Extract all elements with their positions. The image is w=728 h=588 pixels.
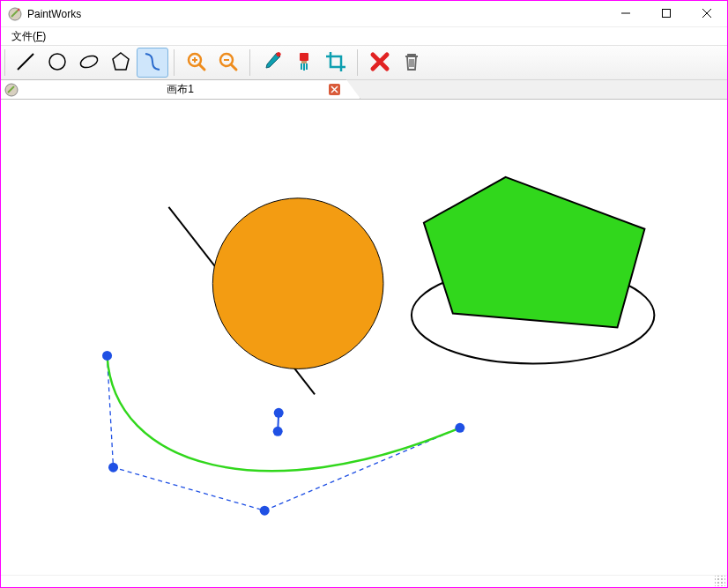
polygon-tool[interactable] — [105, 48, 137, 78]
zoom-out-icon — [217, 50, 240, 76]
close-button[interactable] — [687, 1, 727, 27]
curve-guide — [108, 355, 460, 510]
curve-anchor[interactable] — [102, 351, 112, 361]
svg-rect-9 — [301, 61, 307, 63]
crop-tool[interactable] — [320, 48, 352, 78]
zoom-in-icon — [185, 50, 208, 76]
maximize-icon — [662, 8, 671, 20]
svg-rect-1 — [663, 9, 671, 17]
curve-anchor[interactable] — [108, 463, 118, 473]
eyedropper-icon — [261, 50, 284, 76]
toolbar-separator — [249, 49, 255, 76]
line-icon — [14, 50, 37, 76]
window-title: PaintWorks — [27, 8, 81, 20]
shape-curve — [108, 355, 460, 471]
eyedropper-tool[interactable] — [256, 48, 288, 78]
toolbar-separator — [174, 49, 179, 76]
circle-icon — [46, 50, 69, 76]
brush-tool[interactable] — [288, 48, 320, 78]
resize-grip[interactable] — [715, 576, 725, 586]
line-tool[interactable] — [10, 48, 41, 78]
svg-point-3 — [79, 53, 100, 69]
titlebar: PaintWorks — [1, 1, 727, 27]
svg-point-2 — [49, 54, 65, 70]
circle-tool[interactable] — [41, 48, 73, 78]
curve-anchor[interactable] — [455, 423, 464, 433]
canvas[interactable] — [1, 100, 727, 575]
ellipse-icon — [78, 50, 100, 76]
clear-tool[interactable] — [364, 48, 396, 78]
trash-icon — [400, 50, 423, 76]
curve-control[interactable] — [273, 427, 283, 436]
tabbar: 画布1 — [1, 80, 727, 100]
close-icon — [331, 84, 338, 96]
minimize-icon — [621, 8, 630, 20]
zoom-in-tool[interactable] — [181, 48, 212, 78]
menu-file[interactable]: 文件(F) — [6, 28, 51, 45]
canvas-svg — [1, 100, 727, 575]
svg-rect-8 — [300, 53, 308, 61]
svg-marker-4 — [113, 53, 129, 70]
toolbar-separator — [357, 49, 362, 76]
polygon-icon — [109, 50, 132, 76]
close-icon — [702, 8, 711, 20]
curve-tool[interactable] — [137, 48, 168, 78]
curve-control[interactable] — [274, 408, 284, 418]
tab-title: 画布1 — [22, 82, 354, 97]
app-icon — [8, 7, 22, 21]
curve-icon — [141, 50, 164, 76]
crop-icon — [324, 50, 347, 76]
curve-anchor[interactable] — [260, 506, 270, 516]
menubar: 文件(F) — [1, 27, 727, 45]
canvas-tab[interactable]: 画布1 — [1, 79, 360, 99]
tab-close-button[interactable] — [329, 84, 340, 95]
minimize-button[interactable] — [605, 1, 646, 27]
shape-pentagon — [424, 177, 645, 328]
tab-icon — [4, 83, 19, 97]
app-window: PaintWorks 文件(F) — [0, 0, 728, 588]
x-icon — [368, 50, 391, 76]
maximize-button[interactable] — [646, 1, 687, 27]
delete-tool[interactable] — [396, 48, 427, 78]
toolbar — [1, 45, 727, 80]
zoom-out-tool[interactable] — [212, 48, 244, 78]
ellipse-tool[interactable] — [73, 48, 105, 78]
shape-circle — [212, 198, 383, 369]
statusbar — [1, 575, 727, 587]
brush-icon — [293, 50, 316, 76]
